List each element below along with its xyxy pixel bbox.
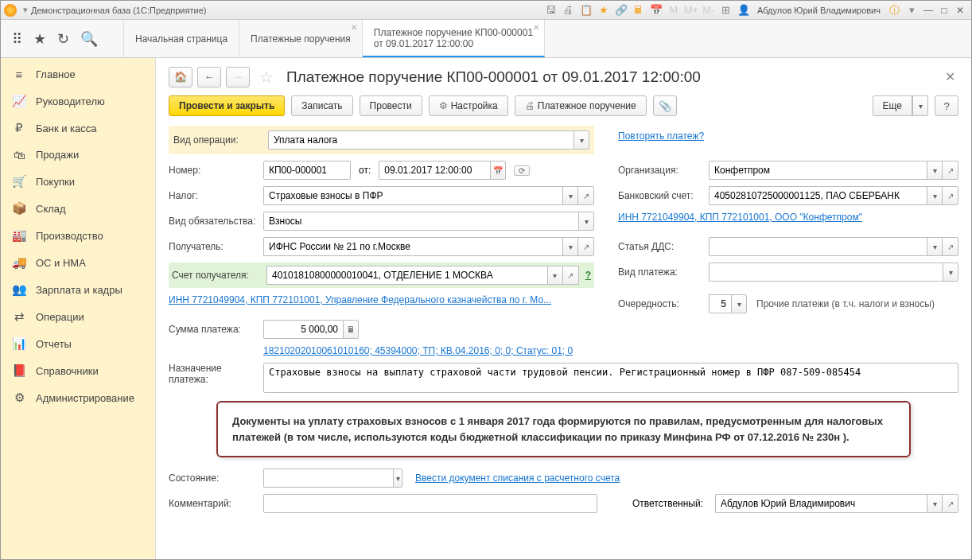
date-input[interactable]	[379, 161, 490, 180]
star-icon[interactable]: ★	[597, 4, 610, 17]
calendar-icon[interactable]: 📅	[490, 161, 506, 180]
favorite-star-icon[interactable]: ☆	[259, 68, 274, 87]
user-name[interactable]: Абдулов Юрий Владимирович	[757, 6, 881, 15]
open-icon[interactable]: ↗	[578, 237, 594, 256]
back-button[interactable]: ←	[197, 67, 221, 88]
responsible-input[interactable]	[715, 494, 927, 513]
tab-payment-doc[interactable]: Платежное поручение КП00-000001 от 09.01…	[363, 20, 545, 57]
operation-type-input[interactable]	[268, 130, 573, 150]
dropdown-icon[interactable]: ▾	[573, 130, 589, 150]
repeat-payment-link[interactable]: Повторять платеж?	[618, 130, 704, 142]
dropdown-icon[interactable]: ▾	[943, 262, 958, 282]
forward-button[interactable]: →	[226, 67, 250, 88]
compare-icon[interactable]: 📋	[580, 4, 593, 17]
obligation-input[interactable]	[263, 212, 578, 231]
state-input[interactable]	[263, 469, 393, 488]
organization-input[interactable]	[709, 161, 927, 180]
dropdown-icon[interactable]: ▾	[547, 266, 563, 285]
post-button[interactable]: Провести	[360, 95, 422, 116]
calc-icon[interactable]: 🖩	[632, 4, 645, 17]
sidebar-item-assets[interactable]: 🚚ОС и НМА	[1, 249, 155, 276]
sidebar-item-salary[interactable]: 👥Зарплата и кадры	[1, 276, 155, 303]
dropdown-icon[interactable]: ▾	[905, 4, 918, 17]
receiver-account-input[interactable]	[266, 266, 547, 285]
sidebar-item-sales[interactable]: 🛍Продажи	[1, 142, 155, 168]
search-icon[interactable]: 🔍	[80, 30, 98, 48]
org-details-link[interactable]: ИНН 7721049904, КПП 772101001, ООО "Конф…	[618, 212, 862, 223]
refresh-icon[interactable]: ⟳	[514, 165, 530, 176]
dropdown-icon[interactable]: ▾	[927, 494, 943, 513]
tab-close-icon[interactable]: ✕	[533, 23, 539, 32]
dropdown-icon[interactable]: ▾	[927, 186, 943, 205]
open-icon[interactable]: ↗	[943, 494, 958, 513]
sidebar-item-references[interactable]: 📕Справочники	[1, 357, 155, 384]
save-icon[interactable]: 🖫	[545, 4, 558, 17]
receiver-input[interactable]	[263, 237, 562, 256]
m-minus-icon[interactable]: M-	[702, 4, 715, 17]
open-icon[interactable]: ↗	[563, 266, 579, 285]
post-and-close-button[interactable]: Провести и закрыть	[169, 95, 285, 116]
link-icon[interactable]: 🔗	[615, 4, 628, 17]
m-plus-icon[interactable]: M+	[685, 4, 698, 17]
tab-start[interactable]: Начальная страница	[124, 20, 239, 57]
comment-input[interactable]	[263, 494, 597, 513]
bank-account-input[interactable]	[709, 186, 927, 205]
help-question-icon[interactable]: ?	[585, 270, 591, 281]
sum-input[interactable]	[263, 320, 343, 339]
chevron-down-icon[interactable]: ▾	[23, 5, 28, 15]
dropdown-icon[interactable]: ▾	[562, 186, 578, 205]
info-icon[interactable]: ⓘ	[888, 4, 900, 17]
print-icon[interactable]: 🖨	[562, 4, 575, 17]
sidebar-item-operations[interactable]: ⇄Операции	[1, 303, 155, 330]
dropdown-icon[interactable]: ▾	[562, 237, 578, 256]
more-dropdown-icon[interactable]: ▾	[912, 95, 928, 116]
grid-icon[interactable]: ⠿	[12, 30, 22, 48]
kbk-details-link[interactable]: 18210202010061010160; 45394000; ТП; КВ.0…	[263, 345, 573, 356]
calc-icon[interactable]: 🖩	[343, 320, 359, 339]
write-button[interactable]: Записать	[291, 95, 352, 116]
number-input[interactable]	[263, 161, 351, 180]
settings-button[interactable]: ⚙Настройка	[429, 95, 508, 116]
close-window-button[interactable]: ✕	[954, 4, 966, 17]
print-form-button[interactable]: 🖨Платежное поручение	[515, 95, 647, 116]
close-doc-button[interactable]: ✕	[942, 66, 958, 88]
dropdown-icon[interactable]: ▾	[578, 212, 594, 231]
sidebar-item-admin[interactable]: ⚙Администрирование	[1, 384, 155, 411]
sidebar-item-bank[interactable]: ₽Банк и касса	[1, 115, 155, 142]
panel-icon[interactable]: ⊞	[720, 4, 733, 17]
dropdown-icon[interactable]: ▾	[731, 294, 747, 313]
sidebar-item-main[interactable]: ≡Главное	[1, 61, 155, 88]
history-icon[interactable]: ↻	[57, 30, 69, 48]
receiver-details-link[interactable]: ИНН 7721049904, КПП 772101001, Управлени…	[169, 294, 551, 305]
cart-icon: 🛒	[12, 174, 26, 189]
favorite-icon[interactable]: ★	[33, 30, 46, 48]
dds-input[interactable]	[709, 237, 927, 256]
sidebar-item-production[interactable]: 🏭Производство	[1, 222, 155, 249]
dropdown-icon[interactable]: ▾	[393, 469, 402, 488]
open-icon[interactable]: ↗	[943, 237, 958, 256]
dropdown-icon[interactable]: ▾	[927, 161, 943, 180]
calendar-icon[interactable]: 📅	[650, 4, 663, 17]
help-button[interactable]: ?	[935, 95, 958, 116]
maximize-button[interactable]: □	[938, 4, 951, 17]
open-icon[interactable]: ↗	[943, 161, 958, 180]
m-icon[interactable]: M	[667, 4, 680, 17]
purpose-input[interactable]: Страховые взносы на выплату страховой ча…	[263, 363, 958, 393]
attachments-button[interactable]: 📎	[653, 95, 677, 116]
more-button[interactable]: Еще	[873, 95, 912, 116]
tab-close-icon[interactable]: ✕	[351, 23, 357, 32]
tax-input[interactable]	[263, 186, 562, 205]
minimize-button[interactable]: —	[922, 4, 935, 17]
sidebar-item-manager[interactable]: 📈Руководителю	[1, 88, 155, 115]
tab-payments[interactable]: Платежные поручения ✕	[239, 20, 363, 57]
sidebar-item-stock[interactable]: 📦Склад	[1, 195, 155, 222]
order-input[interactable]	[709, 294, 731, 313]
sidebar-item-purchases[interactable]: 🛒Покупки	[1, 168, 155, 195]
open-icon[interactable]: ↗	[943, 186, 958, 205]
dropdown-icon[interactable]: ▾	[927, 237, 943, 256]
create-writeoff-link[interactable]: Ввести документ списания с расчетного сч…	[415, 472, 620, 484]
sidebar-item-reports[interactable]: 📊Отчеты	[1, 330, 155, 357]
home-button[interactable]: 🏠	[169, 67, 192, 88]
open-icon[interactable]: ↗	[578, 186, 594, 205]
payment-type-input[interactable]	[709, 262, 943, 282]
